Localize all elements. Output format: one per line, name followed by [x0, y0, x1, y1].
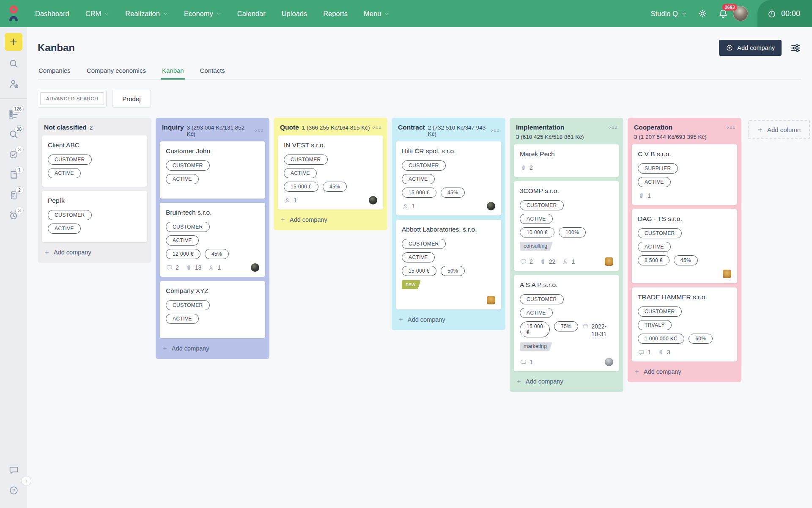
card-title: Marek Pech — [520, 150, 613, 158]
attachment-count: 2 — [529, 164, 533, 171]
sidebar-item-approvals[interactable]: 3 — [0, 144, 27, 165]
kanban-card[interactable]: IN VEST s.r.o.CUSTOMERACTIVE15 000 €45%1 — [278, 135, 383, 210]
assignee-avatar — [251, 263, 259, 272]
column-stats: 3 (610 425 Kč/518 861 Kč) — [510, 134, 623, 144]
comment-icon — [166, 264, 173, 271]
kanban-card[interactable]: TRADE HAMMER s.r.o.CUSTOMERTRVALÝ1 000 0… — [632, 287, 737, 362]
nav-item-uploads[interactable]: Uploads — [274, 0, 315, 27]
sliders-icon — [790, 42, 801, 54]
card-tag: new — [402, 280, 421, 289]
tab-companies[interactable]: Companies — [38, 64, 71, 80]
kanban-board: Not classified2Client ABCCUSTOMERACTIVEP… — [38, 118, 801, 392]
app-logo[interactable] — [0, 5, 27, 22]
notifications-button[interactable]: 2693 — [718, 8, 729, 19]
add-contact-button[interactable] — [0, 74, 27, 94]
kanban-column-cooperation: Cooperation3 (1 207 544 Kč/693 395 Kč)C … — [628, 118, 741, 382]
column-menu-icon[interactable] — [608, 125, 618, 130]
tag-row: consulting — [520, 241, 613, 253]
add-company-link[interactable]: Add company — [38, 246, 151, 262]
attachment-icon — [185, 264, 192, 271]
attachment-count: 13 — [195, 264, 202, 271]
add-company-button[interactable]: Add company — [719, 40, 782, 56]
column-menu-icon[interactable] — [490, 128, 500, 133]
sidebar-item-documents[interactable]: 2 — [0, 185, 27, 205]
attachment-icon — [657, 349, 664, 356]
add-column-button[interactable]: Add column — [748, 120, 810, 139]
nav-item-crm[interactable]: CRM — [77, 0, 118, 27]
status-pill-row: CUSTOMER — [402, 239, 495, 249]
column-menu-icon[interactable] — [372, 125, 382, 130]
kanban-card[interactable]: A S A P s.r.o.CUSTOMERACTIVE15 000 €75%2… — [514, 275, 619, 371]
kanban-card[interactable]: C V B s.r.o.SUPPLIERACTIVE1 — [632, 144, 737, 205]
kanban-card[interactable]: Customer JohnCUSTOMERACTIVE — [160, 141, 265, 199]
nav-item-economy[interactable]: Economy — [176, 0, 229, 27]
plus-icon — [398, 317, 404, 323]
kanban-card[interactable]: Bruin-tech s.r.o.CUSTOMERACTIVE12 000 €4… — [160, 203, 265, 277]
workspace-name: Studio Q — [651, 10, 678, 18]
status-pill-row: CUSTOMER — [402, 160, 495, 171]
nav-item-reports[interactable]: Reports — [315, 0, 356, 27]
column-menu-icon[interactable] — [726, 125, 736, 130]
person-count: 1 — [294, 197, 297, 204]
quick-add-button[interactable] — [5, 33, 22, 51]
status-pill: ACTIVE — [48, 168, 81, 178]
sidebar-item-reminders[interactable]: 3 — [0, 205, 27, 226]
filter-preset-button[interactable]: Prodej — [112, 90, 151, 108]
journal-badge: 1 — [15, 166, 24, 174]
add-company-link[interactable]: Add company — [274, 214, 387, 229]
tabs-underline-track — [38, 79, 801, 80]
kanban-card[interactable]: Company XYZCUSTOMERACTIVE — [160, 281, 265, 338]
kanban-card[interactable]: DAG - TS s.r.o.CUSTOMERACTIVE8 500 €45% — [632, 209, 737, 283]
time-tracker[interactable]: 00:00 — [757, 0, 812, 27]
kanban-card[interactable]: Hilti ČR spol. s r.o.CUSTOMERACTIVE15 00… — [396, 141, 501, 215]
tab-kanban[interactable]: Kanban — [161, 64, 185, 80]
kanban-card[interactable]: Client ABCCUSTOMERACTIVE — [42, 135, 147, 187]
add-company-link-label: Add company — [408, 316, 445, 323]
sidebar-item-tasks[interactable]: 126 — [0, 104, 27, 124]
plus-icon — [634, 369, 640, 375]
kanban-card[interactable]: Marek Pech2 — [514, 144, 619, 177]
add-company-link[interactable]: Add company — [510, 375, 623, 391]
person-icon — [562, 258, 569, 265]
workspace-switcher[interactable]: Studio Q — [651, 10, 686, 18]
assignee-avatar — [723, 270, 731, 278]
add-company-link[interactable]: Add company — [156, 342, 269, 358]
search-button[interactable] — [0, 53, 27, 74]
plus-icon — [398, 317, 404, 323]
nav-item-calendar[interactable]: Calendar — [229, 0, 274, 27]
tab-company-economics[interactable]: Company economics — [86, 64, 147, 80]
column-menu-icon[interactable] — [254, 128, 264, 133]
person-icon — [402, 203, 409, 210]
nav-item-dashboard[interactable]: Dashboard — [27, 0, 77, 27]
tab-contacts[interactable]: Contacts — [199, 64, 226, 80]
topbar: DashboardCRMRealizationEconomyCalendarUp… — [0, 0, 812, 27]
board-settings-button[interactable] — [790, 42, 801, 54]
status-pill: TRVALÝ — [638, 320, 672, 330]
nav-item-realization[interactable]: Realization — [117, 0, 176, 27]
nav-item-label: CRM — [85, 10, 102, 18]
add-company-link[interactable]: Add company — [392, 314, 505, 329]
kanban-card[interactable]: PepíkCUSTOMERACTIVE — [42, 191, 147, 242]
add-company-link[interactable]: Add company — [628, 366, 741, 381]
calendar-icon — [582, 323, 589, 329]
comment-icon — [520, 258, 527, 265]
status-pill-row: CUSTOMER — [166, 222, 259, 232]
card-footer: 2221 — [520, 257, 613, 266]
plus-icon — [280, 217, 286, 223]
column-header: Cooperation — [628, 118, 741, 135]
status-pill-row: CUSTOMER — [284, 155, 377, 165]
kanban-card[interactable]: Abbott Laboratories, s.r.o.CUSTOMERACTIV… — [396, 220, 501, 309]
sidebar-item-journal[interactable]: 1 — [0, 165, 27, 185]
sidebar-expand-toggle[interactable] — [21, 476, 31, 486]
status-pill-row: ACTIVE — [48, 224, 141, 234]
card-title: Company XYZ — [166, 287, 259, 295]
advanced-search-button[interactable]: ADVANCED SEARCH — [38, 90, 107, 108]
amount-pill: 10 000 € — [520, 227, 554, 237]
status-pill-row: ACTIVE — [166, 314, 259, 324]
kanban-card[interactable]: 3COMP s.r.o.CUSTOMERACTIVE10 000 €100%co… — [514, 181, 619, 271]
settings-button[interactable] — [697, 8, 708, 19]
status-pill: ACTIVE — [402, 174, 435, 184]
nav-item-menu[interactable]: Menu — [356, 0, 397, 27]
sidebar-item-search-records[interactable]: 38 — [0, 124, 27, 144]
status-pill-row: ACTIVE — [402, 174, 495, 184]
